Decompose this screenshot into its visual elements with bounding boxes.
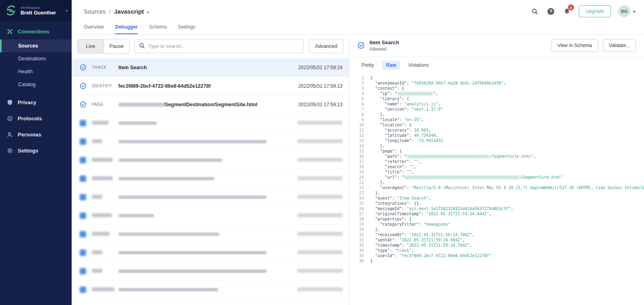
event-row-redacted[interactable]	[72, 151, 349, 169]
code-line: 13 "longitude": -73.9911031	[349, 138, 644, 143]
help-icon[interactable]: ?	[547, 7, 555, 16]
breadcrumb-separator: /	[109, 8, 111, 15]
search-icon	[139, 43, 145, 50]
redacted-name	[118, 177, 214, 181]
code-line: 34 "type": "track",	[349, 248, 644, 253]
event-row-redacted[interactable]	[72, 114, 349, 132]
redacted-event-icon	[80, 231, 86, 237]
sidebar: Workspace Brett Guenther ▾ ConnectionsSo…	[0, 0, 72, 305]
sidebar-item-catalog[interactable]: Catalog	[0, 78, 72, 91]
sidebar-item-label: Sources	[18, 43, 38, 49]
live-button[interactable]: Live	[78, 39, 103, 53]
line-number: 6	[349, 101, 364, 107]
breadcrumb-sources-link[interactable]: Sources	[84, 8, 106, 15]
event-row[interactable]: PAGE/SegmentDestination/SegmentSite.html…	[72, 95, 349, 114]
raw-json-viewer: 1{2 "anonymousId": "7e65628d-94b7-4a28-9…	[349, 73, 644, 305]
event-timestamp: 2022/05/31 17:59:24	[298, 65, 343, 70]
connections-icon	[6, 28, 14, 35]
event-row-redacted[interactable]	[72, 169, 349, 188]
redacted-name	[118, 288, 218, 292]
segment-logo-icon	[5, 4, 17, 16]
event-row-redacted[interactable]	[72, 262, 349, 280]
sidebar-item-health[interactable]: Health	[0, 65, 72, 78]
event-search-input[interactable]	[148, 43, 299, 49]
allowed-check-icon	[357, 42, 365, 49]
pause-button[interactable]: Pause	[103, 39, 129, 53]
redacted-value	[405, 176, 519, 179]
event-row-redacted[interactable]	[72, 243, 349, 262]
sidebar-item-privacy[interactable]: Privacy	[0, 94, 72, 110]
event-row[interactable]: IDENTIFYfec3f869-2bcf-4722-86e8-64d52e12…	[72, 77, 349, 95]
sidebar-item-sources[interactable]: Sources	[0, 39, 72, 52]
account-menu[interactable]: BG ▾	[618, 5, 635, 17]
line-number: 15	[349, 148, 364, 154]
payload-tab-pretty[interactable]: Pretty	[357, 61, 378, 70]
redacted-timestamp	[297, 139, 343, 143]
code-line: 16 "path": "/SegmentSite.html",	[349, 154, 644, 159]
sidebar-item-label: Destinations	[18, 56, 46, 62]
code-line: 21 },	[349, 180, 644, 185]
validate-button[interactable]: Validate...	[603, 39, 636, 52]
upgrade-button[interactable]: Upgrade	[579, 5, 611, 17]
payload-tab-violations[interactable]: Violations	[404, 61, 433, 70]
event-row-redacted[interactable]	[72, 280, 349, 299]
event-row-redacted[interactable]	[72, 132, 349, 151]
debugger-controls: Live Pause Advanced	[72, 35, 349, 58]
redacted-type	[92, 232, 109, 236]
breadcrumb: Sources / Javascript ▾	[84, 8, 149, 15]
line-number: 21	[349, 180, 364, 185]
search-icon[interactable]	[530, 7, 539, 16]
code-line: 25 "integrations": {},	[349, 201, 644, 206]
sidebar-nav: ConnectionsSourcesDestinationsHealthCata…	[0, 21, 72, 159]
line-number: 27	[349, 211, 364, 216]
sidebar-item-personas[interactable]: Personas	[0, 126, 72, 142]
redacted-type	[92, 158, 113, 162]
source-tabs: OverviewDebuggerSchemaSettings	[72, 23, 644, 35]
line-number: 8	[349, 112, 364, 117]
redacted-name	[118, 121, 157, 125]
event-row-redacted[interactable]	[72, 225, 349, 243]
redacted-type	[92, 139, 102, 143]
event-row-redacted[interactable]	[72, 206, 349, 225]
event-type: PAGE	[92, 102, 118, 107]
code-line: 19 "title": "",	[349, 169, 644, 175]
code-line: 15 "page": {	[349, 148, 644, 154]
event-timestamp: 2022/05/31 17:59:13	[298, 102, 343, 107]
workspace-switcher[interactable]: Workspace Brett Guenther ▾	[0, 0, 72, 21]
redacted-url-prefix	[118, 103, 163, 107]
redacted-type	[92, 269, 102, 273]
sidebar-item-label: Settings	[18, 148, 38, 154]
event-search-box	[134, 39, 304, 53]
tab-schema[interactable]: Schema	[149, 24, 167, 34]
notifications-bell-icon[interactable]: 1	[563, 7, 572, 16]
redacted-type	[92, 250, 102, 254]
app-root: Workspace Brett Guenther ▾ ConnectionsSo…	[0, 0, 644, 305]
line-number: 32	[349, 237, 364, 243]
event-row[interactable]: TRACKItem Search2022/05/31 17:59:24	[72, 58, 349, 77]
source-switcher-caret-icon[interactable]: ▾	[147, 10, 149, 14]
redacted-event-icon	[80, 157, 86, 163]
payload-tab-raw[interactable]: Raw	[382, 61, 400, 70]
sidebar-item-destinations[interactable]: Destinations	[0, 52, 72, 65]
line-number: 23	[349, 190, 364, 196]
line-number: 16	[349, 154, 364, 159]
tab-overview[interactable]: Overview	[84, 24, 104, 34]
redacted-event-icon	[80, 175, 86, 182]
code-line: 12 "latitude": 40.734344,	[349, 133, 644, 138]
tab-debugger[interactable]: Debugger	[115, 24, 138, 34]
redacted-timestamp	[297, 269, 343, 273]
sidebar-item-protocols[interactable]: Protocols	[0, 110, 72, 126]
redacted-type	[92, 121, 109, 125]
view-in-schema-button[interactable]: View in Schema	[551, 39, 598, 52]
main-area: Sources / Javascript ▾ ? 1	[72, 0, 644, 305]
sidebar-item-label: Catalog	[18, 82, 35, 87]
event-row-redacted[interactable]	[72, 188, 349, 206]
sidebar-item-connections[interactable]: Connections	[0, 23, 72, 39]
payload-view-tabs: PrettyRawViolations	[349, 57, 644, 73]
advanced-button[interactable]: Advanced	[309, 39, 343, 53]
code-line: 26 "messageId": "ajs-next-1e17382328915d…	[349, 206, 644, 211]
tab-settings[interactable]: Settings	[178, 24, 195, 34]
line-number: 3	[349, 86, 364, 91]
code-line: 10 "location": {	[349, 122, 644, 128]
sidebar-item-settings[interactable]: Settings	[0, 142, 72, 159]
